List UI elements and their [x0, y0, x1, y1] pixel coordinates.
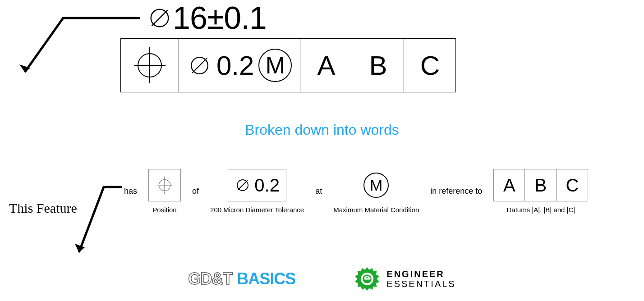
dimension-text: 16±0.1 [173, 0, 267, 36]
svg-line-7 [192, 58, 207, 73]
caption-position: Position [152, 206, 176, 214]
breakdown-datums: A B C Datums |A|, |B| and |C| [493, 169, 588, 214]
diameter-icon [187, 53, 212, 78]
feature-control-frame: 0.2 M A B C [120, 38, 456, 92]
gear-icon [354, 266, 380, 292]
breakdown-row: has Position of 0.2 200 Micron Diameter … [124, 169, 588, 214]
text-at: at [315, 187, 322, 196]
svg-line-1 [152, 10, 168, 26]
logo-ee-line2: ESSENTIALS [386, 279, 455, 289]
svg-line-12 [238, 180, 248, 190]
text-in-reference: in reference to [430, 187, 482, 196]
arrow-to-feature-bottom [68, 178, 126, 264]
fcf-tolerance-cell: 0.2 M [179, 38, 300, 92]
fcf-datum-c: C [404, 38, 456, 92]
mmc-modifier-icon: M [258, 49, 292, 82]
position-symbol-icon [155, 173, 174, 198]
fcf-tolerance-value: 0.2 [216, 50, 254, 81]
logo-ee-line1: ENGINEER [386, 269, 455, 279]
this-feature-label: This Feature [9, 201, 77, 216]
logo-gdt-basics: GD&T BASICS [188, 269, 295, 288]
dimension-callout: 16±0.1 [147, 0, 267, 36]
datum-box-c: C [557, 169, 588, 201]
text-of: of [192, 187, 199, 196]
diameter-icon [147, 5, 173, 31]
position-symbol-icon [132, 45, 168, 86]
datum-box-b: B [525, 169, 557, 201]
caption-datums: Datums |A|, |B| and |C| [506, 206, 575, 214]
datum-box-a: A [493, 169, 525, 201]
breakdown-tol-value: 0.2 [254, 175, 280, 196]
breakdown-position: Position [148, 169, 181, 214]
fcf-datum-a: A [300, 38, 352, 92]
subtitle: Broken down into words [0, 122, 644, 138]
caption-tolerance: 200 Micron Diameter Tolerance [210, 206, 304, 214]
caption-mmc: Maximum Material Condition [333, 206, 419, 214]
logos-row: GD&T BASICS ENGINEER ESSENTIALS [0, 266, 644, 292]
fcf-symbol-cell [120, 38, 179, 92]
diameter-icon [235, 177, 251, 193]
mmc-modifier-icon: M [363, 173, 389, 198]
logo-engineer-essentials: ENGINEER ESSENTIALS [354, 266, 455, 292]
breakdown-mmc: M Maximum Material Condition [333, 169, 419, 214]
breakdown-tolerance: 0.2 200 Micron Diameter Tolerance [210, 169, 304, 214]
svg-marker-13 [75, 244, 85, 252]
fcf-datum-b: B [352, 38, 404, 92]
